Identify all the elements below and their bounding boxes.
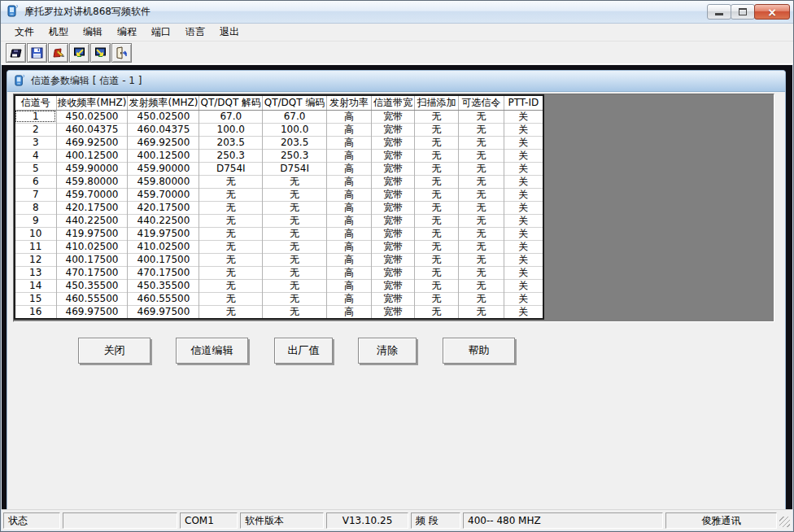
- cell-tx-frequency[interactable]: 460.04375: [128, 123, 199, 136]
- cell-tx-frequency[interactable]: 459.90000: [128, 162, 199, 175]
- cell-qt-dqt-encode[interactable]: 无: [263, 266, 327, 279]
- cell-bandwidth[interactable]: 宽带: [372, 292, 415, 305]
- cell-tx-frequency[interactable]: 440.22500: [128, 214, 199, 227]
- cell-qt-dqt-encode[interactable]: 250.3: [263, 149, 327, 162]
- cell-bandwidth[interactable]: 宽带: [372, 266, 415, 279]
- dialog-button[interactable]: 出厂值: [274, 338, 333, 364]
- cell-rx-frequency[interactable]: 450.02500: [56, 110, 128, 123]
- maximize-button[interactable]: [731, 4, 755, 20]
- cell-tx-power[interactable]: 高: [327, 149, 372, 162]
- cell-channel-number[interactable]: 16: [15, 305, 56, 319]
- cell-rx-frequency[interactable]: 459.90000: [56, 162, 128, 175]
- cell-tx-power[interactable]: 高: [327, 240, 372, 253]
- minimize-button[interactable]: [707, 4, 731, 20]
- cell-channel-number[interactable]: 5: [15, 162, 56, 175]
- cell-tx-power[interactable]: 高: [327, 110, 372, 123]
- cell-qt-dqt-decode[interactable]: 无: [199, 240, 263, 253]
- cell-tx-power[interactable]: 高: [327, 123, 372, 136]
- cell-channel-number[interactable]: 2: [15, 123, 56, 136]
- read-from-radio-button[interactable]: [69, 43, 89, 63]
- cell-qt-dqt-encode[interactable]: 203.5: [263, 136, 327, 149]
- cell-channel-number[interactable]: 7: [15, 188, 56, 201]
- cell-optional-signaling[interactable]: 无: [459, 305, 504, 319]
- cell-qt-dqt-decode[interactable]: 无: [199, 214, 263, 227]
- cell-scan-add[interactable]: 无: [415, 305, 459, 319]
- cell-qt-dqt-encode[interactable]: 无: [263, 240, 327, 253]
- cell-qt-dqt-decode[interactable]: 无: [199, 279, 263, 292]
- menu-item[interactable]: 端口: [144, 23, 178, 41]
- cell-scan-add[interactable]: 无: [415, 253, 459, 266]
- cell-optional-signaling[interactable]: 无: [459, 266, 504, 279]
- cell-bandwidth[interactable]: 宽带: [372, 253, 415, 266]
- cell-channel-number[interactable]: 8: [15, 201, 56, 214]
- cell-tx-power[interactable]: 高: [327, 214, 372, 227]
- cell-bandwidth[interactable]: 宽带: [372, 149, 415, 162]
- cell-channel-number[interactable]: 15: [15, 292, 56, 305]
- cell-qt-dqt-decode[interactable]: 无: [199, 253, 263, 266]
- cell-qt-dqt-decode[interactable]: 无: [199, 201, 263, 214]
- cell-qt-dqt-encode[interactable]: 无: [263, 305, 327, 319]
- cell-bandwidth[interactable]: 宽带: [372, 188, 415, 201]
- menu-item[interactable]: 文件: [7, 23, 41, 41]
- save-button[interactable]: [27, 43, 47, 63]
- cell-ptt-id[interactable]: 关: [504, 253, 543, 266]
- cell-ptt-id[interactable]: 关: [504, 175, 543, 188]
- cell-optional-signaling[interactable]: 无: [459, 110, 504, 123]
- cell-bandwidth[interactable]: 宽带: [372, 201, 415, 214]
- cell-tx-power[interactable]: 高: [327, 227, 372, 240]
- cell-rx-frequency[interactable]: 420.17500: [56, 201, 128, 214]
- cell-ptt-id[interactable]: 关: [504, 162, 543, 175]
- cell-tx-power[interactable]: 高: [327, 253, 372, 266]
- cell-qt-dqt-encode[interactable]: D754I: [263, 162, 327, 175]
- cell-tx-frequency[interactable]: 450.02500: [128, 110, 199, 123]
- cell-ptt-id[interactable]: 关: [504, 123, 543, 136]
- cell-qt-dqt-encode[interactable]: 无: [263, 279, 327, 292]
- cell-qt-dqt-decode[interactable]: 250.3: [199, 149, 263, 162]
- cell-optional-signaling[interactable]: 无: [459, 214, 504, 227]
- cell-qt-dqt-decode[interactable]: 无: [199, 188, 263, 201]
- cell-optional-signaling[interactable]: 无: [459, 175, 504, 188]
- cell-qt-dqt-decode[interactable]: 无: [199, 175, 263, 188]
- cell-scan-add[interactable]: 无: [415, 123, 459, 136]
- cell-tx-frequency[interactable]: 400.12500: [128, 149, 199, 162]
- cell-ptt-id[interactable]: 关: [504, 188, 543, 201]
- cell-bandwidth[interactable]: 宽带: [372, 175, 415, 188]
- cell-bandwidth[interactable]: 宽带: [372, 279, 415, 292]
- cell-scan-add[interactable]: 无: [415, 214, 459, 227]
- cell-scan-add[interactable]: 无: [415, 227, 459, 240]
- cell-tx-power[interactable]: 高: [327, 188, 372, 201]
- cell-rx-frequency[interactable]: 400.17500: [56, 253, 128, 266]
- cell-optional-signaling[interactable]: 无: [459, 292, 504, 305]
- cell-optional-signaling[interactable]: 无: [459, 227, 504, 240]
- cell-optional-signaling[interactable]: 无: [459, 162, 504, 175]
- cell-rx-frequency[interactable]: 460.04375: [56, 123, 128, 136]
- cell-channel-number[interactable]: 3: [15, 136, 56, 149]
- menu-item[interactable]: 退出: [212, 23, 246, 41]
- cell-optional-signaling[interactable]: 无: [459, 201, 504, 214]
- menu-item[interactable]: 语言: [178, 23, 212, 41]
- cell-scan-add[interactable]: 无: [415, 136, 459, 149]
- cell-tx-frequency[interactable]: 459.70000: [128, 188, 199, 201]
- cell-rx-frequency[interactable]: 400.12500: [56, 149, 128, 162]
- cell-qt-dqt-encode[interactable]: 67.0: [263, 110, 327, 123]
- cell-bandwidth[interactable]: 宽带: [372, 240, 415, 253]
- cell-tx-power[interactable]: 高: [327, 201, 372, 214]
- cell-qt-dqt-decode[interactable]: 无: [199, 292, 263, 305]
- cell-bandwidth[interactable]: 宽带: [372, 227, 415, 240]
- cell-qt-dqt-decode[interactable]: 100.0: [199, 123, 263, 136]
- cell-qt-dqt-encode[interactable]: 无: [263, 188, 327, 201]
- cell-bandwidth[interactable]: 宽带: [372, 110, 415, 123]
- cell-scan-add[interactable]: 无: [415, 149, 459, 162]
- cell-rx-frequency[interactable]: 470.17500: [56, 266, 128, 279]
- cell-ptt-id[interactable]: 关: [504, 201, 543, 214]
- cell-scan-add[interactable]: 无: [415, 201, 459, 214]
- cell-tx-frequency[interactable]: 419.97500: [128, 227, 199, 240]
- cell-tx-power[interactable]: 高: [327, 279, 372, 292]
- cell-optional-signaling[interactable]: 无: [459, 240, 504, 253]
- cell-ptt-id[interactable]: 关: [504, 227, 543, 240]
- cell-optional-signaling[interactable]: 无: [459, 149, 504, 162]
- write-to-radio-button[interactable]: [90, 43, 111, 63]
- cell-qt-dqt-decode[interactable]: 67.0: [199, 110, 263, 123]
- cell-rx-frequency[interactable]: 450.35500: [56, 279, 128, 292]
- cell-scan-add[interactable]: 无: [415, 175, 459, 188]
